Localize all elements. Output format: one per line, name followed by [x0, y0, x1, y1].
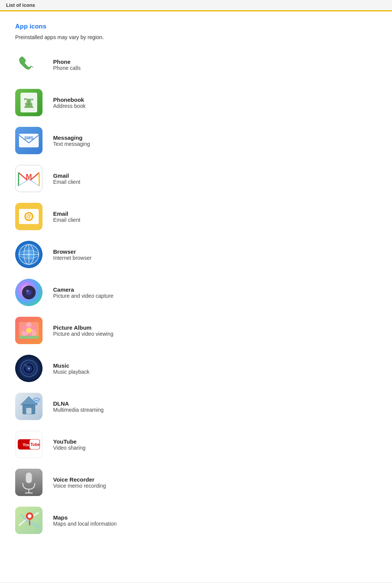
app-desc-gmail: Email client	[53, 179, 80, 185]
app-desc-album: Picture and video viewing	[53, 331, 113, 337]
section-subtitle: Preinstalled apps may vary by region.	[15, 34, 377, 40]
app-info-album: Picture Album Picture and video viewing	[53, 324, 113, 337]
svg-rect-55	[26, 472, 32, 483]
camera-icon	[15, 279, 43, 306]
app-info-maps: Maps Maps and local information	[53, 514, 116, 527]
app-desc-voicerecorder: Voice memo recording	[53, 483, 106, 489]
app-info-camera: Camera Picture and video capture	[53, 286, 113, 299]
phonebook-icon: Phone Book	[15, 89, 43, 116]
app-item-gmail: M Gmail Email client	[15, 165, 377, 192]
svg-point-36	[26, 328, 31, 333]
app-name-camera: Camera	[53, 286, 113, 293]
music-icon	[15, 355, 43, 382]
app-info-dlna: DLNA Multimedia streaming	[53, 400, 104, 413]
svg-text:@: @	[26, 213, 31, 219]
voicerecorder-icon	[15, 469, 43, 496]
app-info-email: Email Email client	[53, 210, 80, 223]
app-desc-email: Email client	[53, 217, 80, 223]
app-name-gmail: Gmail	[53, 172, 80, 179]
app-item-maps: Maps Maps and local information	[15, 507, 377, 534]
app-item-dlna: DLNA Multimedia streaming	[15, 393, 377, 420]
app-name-music: Music	[53, 362, 90, 369]
app-desc-maps: Maps and local information	[53, 521, 116, 527]
messaging-icon: SMS	[15, 127, 43, 154]
app-info-gmail: Gmail Email client	[53, 172, 80, 185]
top-bar: List of icons	[0, 0, 392, 11]
app-item-email: @ Email Email client	[15, 203, 377, 230]
svg-rect-47	[26, 408, 31, 414]
dlna-icon	[15, 393, 43, 420]
app-name-phone: Phone	[53, 58, 80, 65]
app-desc-youtube: Video sharing	[53, 445, 85, 451]
youtube-icon: You Tube	[15, 431, 43, 458]
app-desc-dlna: Multimedia streaming	[53, 407, 104, 413]
app-item-album: Picture Album Picture and video viewing	[15, 317, 377, 344]
app-info-music: Music Music playback	[53, 362, 90, 375]
app-name-messaging: Messaging	[53, 134, 90, 141]
svg-rect-37	[19, 336, 39, 339]
section-title: App icons	[15, 23, 377, 30]
app-name-maps: Maps	[53, 514, 116, 521]
app-name-voicerecorder: Voice Recorder	[53, 476, 106, 483]
app-name-browser: Browser	[53, 248, 91, 255]
app-item-phonebook: Phone Book Phonebook Address book	[15, 89, 377, 116]
maps-icon	[15, 507, 43, 534]
app-desc-messaging: Text messaging	[53, 141, 90, 147]
svg-point-27	[26, 290, 28, 292]
app-info-browser: Browser Internet browser	[53, 248, 91, 261]
app-name-email: Email	[53, 210, 80, 217]
app-desc-music: Music playback	[53, 369, 90, 375]
svg-point-4	[27, 100, 31, 104]
app-item-messaging: SMS Messaging Text messaging	[15, 127, 377, 154]
app-info-voicerecorder: Voice Recorder Voice memo recording	[53, 476, 106, 489]
app-item-browser: Browser Internet browser	[15, 241, 377, 268]
app-name-album: Picture Album	[53, 324, 113, 331]
app-item-music: Music Music playback	[15, 355, 377, 382]
app-name-dlna: DLNA	[53, 400, 104, 407]
app-info-phone: Phone Phone calls	[53, 58, 80, 71]
album-icon	[15, 317, 43, 344]
gmail-icon: M	[15, 165, 43, 192]
app-name-phonebook: Phonebook	[53, 96, 86, 103]
svg-text:SMS: SMS	[24, 136, 33, 140]
app-desc-phone: Phone calls	[53, 65, 80, 71]
app-info-phonebook: Phonebook Address book	[53, 96, 86, 109]
svg-point-60	[28, 514, 31, 518]
app-item-phone: Phone Phone calls	[15, 51, 377, 78]
app-desc-browser: Internet browser	[53, 255, 91, 261]
app-item-voicerecorder: Voice Recorder Voice memo recording	[15, 469, 377, 496]
browser-icon	[15, 241, 43, 268]
app-info-messaging: Messaging Text messaging	[53, 134, 90, 147]
svg-text:You: You	[22, 442, 30, 447]
app-info-youtube: YouTube Video sharing	[53, 438, 85, 451]
svg-text:M: M	[26, 172, 32, 181]
email-icon: @	[15, 203, 43, 230]
svg-text:Tube: Tube	[30, 442, 40, 447]
app-name-youtube: YouTube	[53, 438, 85, 445]
svg-point-48	[35, 402, 38, 404]
app-desc-phonebook: Address book	[53, 103, 86, 109]
app-item-camera: Camera Picture and video capture	[15, 279, 377, 306]
app-item-youtube: You Tube YouTube Video sharing	[15, 431, 377, 458]
phone-icon	[15, 51, 43, 78]
svg-point-43	[24, 364, 27, 367]
svg-point-42	[28, 367, 30, 370]
app-desc-camera: Picture and video capture	[53, 293, 113, 299]
header-title: List of icons	[6, 2, 35, 8]
